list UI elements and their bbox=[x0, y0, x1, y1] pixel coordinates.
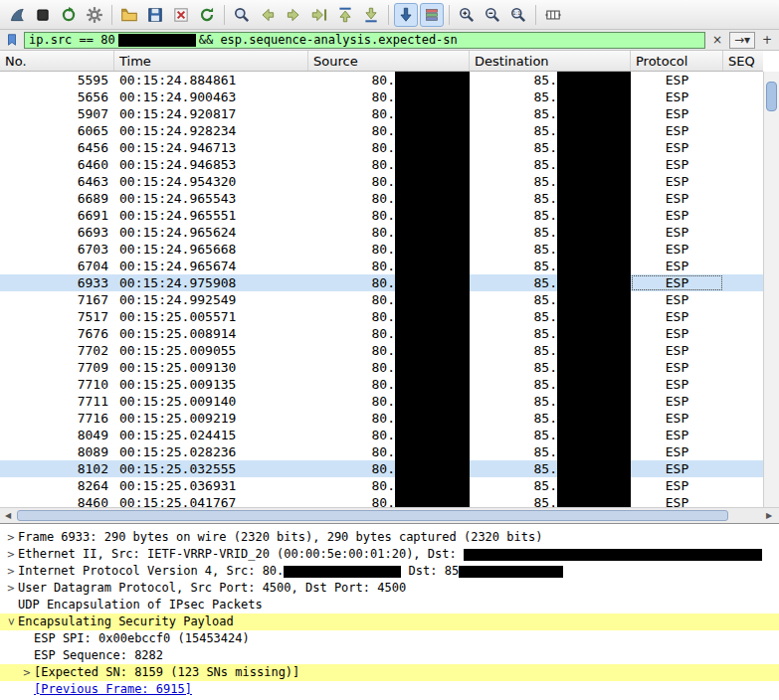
save-capture-icon[interactable] bbox=[143, 3, 167, 27]
expander-icon[interactable]: > bbox=[3, 615, 20, 629]
packet-row[interactable]: 804900:15:25.02441580.85.ESP bbox=[0, 427, 763, 443]
previous-frame-link[interactable]: [Previous Frame: 6915] bbox=[34, 681, 192, 698]
column-header-protocol[interactable]: Protocol bbox=[631, 51, 723, 71]
vertical-scrollbar-thumb[interactable] bbox=[766, 82, 777, 111]
expander-icon[interactable]: > bbox=[4, 563, 18, 580]
reload-capture-icon[interactable] bbox=[195, 3, 219, 27]
clear-filter-button[interactable]: × bbox=[708, 32, 726, 49]
autoscroll-icon[interactable] bbox=[394, 3, 418, 27]
detail-line[interactable]: >Internet Protocol Version 4, Src: 80. D… bbox=[0, 563, 779, 580]
detail-line[interactable]: ESP Sequence: 8282 bbox=[0, 647, 779, 664]
packet-protocol: ESP bbox=[631, 325, 723, 342]
packet-destination: 85. bbox=[470, 308, 631, 325]
capture-options-icon[interactable] bbox=[83, 3, 106, 27]
resize-columns-icon[interactable] bbox=[541, 3, 565, 27]
filter-bar: ip.src == 80&& esp.sequence-analysis.exp… bbox=[0, 30, 779, 51]
column-header-source[interactable]: Source bbox=[308, 51, 470, 71]
horizontal-scrollbar-thumb[interactable] bbox=[17, 510, 728, 521]
expander-icon[interactable]: > bbox=[4, 546, 18, 563]
packet-row[interactable]: 670400:15:24.96567480.85.ESP bbox=[0, 258, 763, 274]
capture-interfaces-icon[interactable] bbox=[5, 3, 29, 27]
scroll-left-arrow-icon[interactable]: ◀ bbox=[0, 508, 16, 523]
detail-text: Dst: 85 bbox=[401, 563, 459, 580]
packet-row[interactable]: 668900:15:24.96554380.85.ESP bbox=[0, 190, 763, 207]
packet-row[interactable]: 751700:15:25.00557180.85.ESP bbox=[0, 308, 763, 325]
packet-row[interactable]: 670300:15:24.96566880.85.ESP bbox=[0, 241, 763, 258]
packet-row[interactable]: 826400:15:25.03693180.85.ESP bbox=[0, 477, 763, 494]
capture-stop-icon[interactable] bbox=[31, 3, 55, 27]
apply-filter-button[interactable]: →▾ bbox=[729, 32, 755, 49]
close-capture-icon[interactable] bbox=[169, 3, 193, 27]
find-packet-icon[interactable] bbox=[230, 3, 254, 27]
packet-row[interactable]: 767600:15:25.00891480.85.ESP bbox=[0, 325, 763, 342]
packet-row[interactable]: 646000:15:24.94685380.85.ESP bbox=[0, 156, 763, 173]
redaction-box bbox=[557, 359, 631, 376]
goto-first-icon[interactable] bbox=[333, 3, 357, 27]
packet-source: 80. bbox=[308, 443, 470, 460]
toolbar-separator bbox=[535, 5, 536, 25]
packet-row[interactable]: 693300:15:24.97590880.85.ESP bbox=[0, 274, 763, 291]
filter-text-prefix: ip.src == 80 bbox=[29, 33, 115, 47]
packet-time: 00:15:25.028236 bbox=[114, 443, 308, 460]
packet-row[interactable]: 771600:15:25.00921980.85.ESP bbox=[0, 410, 763, 427]
goto-last-icon[interactable] bbox=[359, 3, 383, 27]
colorize-icon[interactable] bbox=[420, 3, 444, 27]
redaction-box bbox=[395, 241, 470, 258]
column-header-no[interactable]: No. bbox=[0, 51, 114, 71]
packet-row[interactable]: 669100:15:24.96555180.85.ESP bbox=[0, 207, 763, 224]
packet-destination: 85. bbox=[470, 494, 631, 507]
zoom-out-icon[interactable] bbox=[481, 3, 504, 27]
column-header-seq[interactable]: SEQ bbox=[723, 51, 763, 71]
packet-destination: 85. bbox=[470, 207, 631, 224]
packet-row[interactable]: 590700:15:24.92081780.85.ESP bbox=[0, 105, 763, 122]
capture-restart-icon[interactable] bbox=[57, 3, 81, 27]
redaction-box bbox=[118, 34, 196, 47]
packet-row[interactable]: 770900:15:25.00913080.85.ESP bbox=[0, 359, 763, 376]
packet-row[interactable]: 771000:15:25.00913580.85.ESP bbox=[0, 376, 763, 393]
column-header-time[interactable]: Time bbox=[114, 51, 308, 71]
vertical-scrollbar[interactable] bbox=[763, 72, 779, 507]
expander-icon[interactable]: > bbox=[4, 529, 18, 546]
zoom-original-icon[interactable]: 1:1 bbox=[506, 3, 530, 27]
open-capture-icon[interactable] bbox=[117, 3, 141, 27]
zoom-in-icon[interactable] bbox=[455, 3, 479, 27]
packet-row[interactable]: 669300:15:24.96562480.85.ESP bbox=[0, 224, 763, 241]
packet-row[interactable]: 846000:15:25.04176780.85.ESP bbox=[0, 494, 763, 507]
detail-line[interactable]: [Previous Frame: 6915] bbox=[0, 681, 779, 698]
redaction-box bbox=[557, 156, 631, 173]
packet-time: 00:15:24.975908 bbox=[114, 274, 308, 291]
packet-row[interactable]: 810200:15:25.03255580.85.ESP bbox=[0, 460, 763, 477]
packet-row[interactable]: 771100:15:25.00914080.85.ESP bbox=[0, 393, 763, 410]
display-filter-input[interactable]: ip.src == 80&& esp.sequence-analysis.exp… bbox=[24, 32, 705, 49]
scroll-right-arrow-icon[interactable]: ▶ bbox=[761, 508, 777, 523]
packet-seq bbox=[723, 427, 763, 443]
packet-row[interactable]: 645600:15:24.94671380.85.ESP bbox=[0, 139, 763, 156]
goto-packet-icon[interactable] bbox=[307, 3, 331, 27]
detail-line[interactable]: >Encapsulating Security Payload bbox=[0, 613, 779, 630]
detail-line[interactable]: UDP Encapsulation of IPsec Packets bbox=[0, 597, 779, 613]
horizontal-scrollbar[interactable]: ◀ ▶ bbox=[0, 507, 779, 523]
packet-time: 00:15:25.009219 bbox=[114, 410, 308, 427]
packet-row[interactable]: 716700:15:24.99254980.85.ESP bbox=[0, 291, 763, 308]
detail-line[interactable]: ESP SPI: 0x00ebccf0 (15453424) bbox=[0, 630, 779, 647]
packet-row[interactable]: 559500:15:24.88486180.85.ESP bbox=[0, 72, 763, 88]
packet-source: 80. bbox=[308, 342, 470, 359]
add-filter-button[interactable]: + bbox=[758, 32, 776, 49]
detail-line[interactable]: >Ethernet II, Src: IETF-VRRP-VRID_20 (00… bbox=[0, 546, 779, 563]
packet-row[interactable]: 565600:15:24.90046380.85.ESP bbox=[0, 88, 763, 105]
packet-row[interactable]: 770200:15:25.00905580.85.ESP bbox=[0, 342, 763, 359]
filter-dropdown-icon: ▾ bbox=[744, 33, 750, 47]
expander-icon[interactable]: > bbox=[4, 580, 18, 597]
detail-line[interactable]: >Frame 6933: 290 bytes on wire (2320 bit… bbox=[0, 529, 779, 546]
packet-row[interactable]: 808900:15:25.02823680.85.ESP bbox=[0, 443, 763, 460]
packet-row[interactable]: 606500:15:24.92823480.85.ESP bbox=[0, 122, 763, 139]
detail-line[interactable]: >[Expected SN: 8159 (123 SNs missing)] bbox=[0, 664, 779, 681]
filter-bookmark-icon[interactable] bbox=[3, 32, 21, 49]
packet-row[interactable]: 646300:15:24.95432080.85.ESP bbox=[0, 173, 763, 190]
detail-line[interactable]: >User Datagram Protocol, Src Port: 4500,… bbox=[0, 580, 779, 597]
redaction-box bbox=[395, 325, 470, 342]
go-back-icon[interactable] bbox=[256, 3, 280, 27]
expander-icon[interactable]: > bbox=[20, 664, 34, 681]
column-header-destination[interactable]: Destination bbox=[470, 51, 631, 71]
go-forward-icon[interactable] bbox=[282, 3, 305, 27]
